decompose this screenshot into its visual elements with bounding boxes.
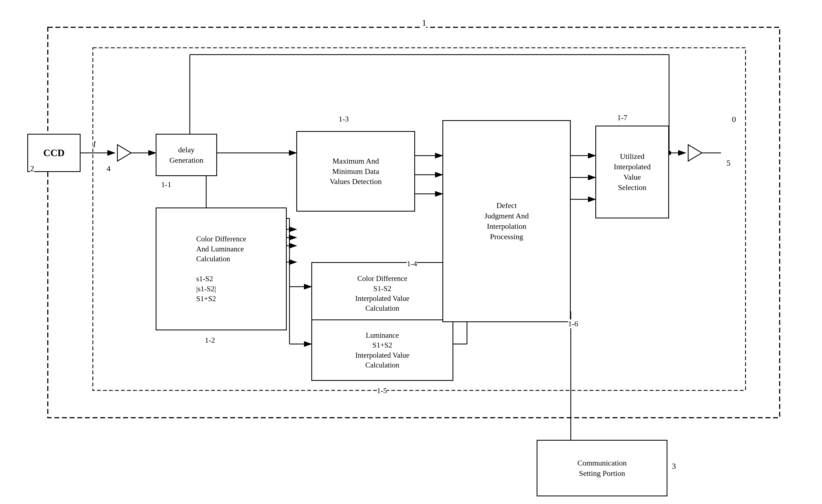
- label-ref1-7: 1-7: [617, 113, 627, 122]
- block-communication-setting: Communication Setting Portion: [537, 440, 668, 496]
- label-ref1-3: 1-3: [339, 115, 349, 123]
- label-ref4: 4: [106, 164, 111, 173]
- diagram: 1 CCD I 4 2 delay Generation 1-1 | S1-S2…: [0, 0, 822, 504]
- label-ref1-6: 1-6: [568, 320, 578, 328]
- block-luminance-interp: Luminance S1+S2 Interpolated Value Calcu…: [311, 320, 453, 381]
- block-defect-judgment: Defect Judgment And Interpolation Proces…: [442, 120, 571, 322]
- block-utilized-interp: Utilized Interpolated Value Selection: [595, 126, 669, 218]
- comm-setting-label: Communication Setting Portion: [577, 458, 627, 479]
- diagram-svg: [0, 0, 822, 504]
- label-ref1-4: 1-4: [407, 260, 417, 268]
- block-color-diff-luminance: Color Difference And Luminance Calculati…: [156, 207, 287, 330]
- label-ref1-1: 1-1: [161, 180, 171, 189]
- label-ref0: 0: [732, 115, 736, 124]
- block-color-diff-interp: Color Difference S1-S2 Interpolated Valu…: [311, 262, 453, 325]
- block-max-min: Maximum And Minimum Data Values Detectio…: [296, 131, 415, 211]
- label-ref1-2: 1-2: [205, 336, 215, 345]
- luminance-interp-label: Luminance S1+S2 Interpolated Value Calcu…: [355, 330, 409, 370]
- utilized-interp-label: Utilized Interpolated Value Selection: [613, 151, 651, 192]
- ccd-label: CCD: [43, 146, 65, 160]
- svg-marker-5: [117, 145, 131, 161]
- label-ref1-5: 1-5: [377, 386, 387, 395]
- label-ref1: 1: [422, 18, 426, 28]
- label-ref3: 3: [672, 461, 676, 471]
- block-delay-generation: delay Generation: [156, 134, 217, 176]
- label-ref5: 5: [726, 158, 731, 168]
- label-ref2: 2: [30, 164, 34, 173]
- color-diff-interp-label: Color Difference S1-S2 Interpolated Valu…: [355, 274, 409, 314]
- delay-gen-label: delay Generation: [169, 145, 203, 165]
- color-diff-lum-label: Color Difference And Luminance Calculati…: [190, 231, 252, 306]
- block-ccd: CCD: [27, 134, 80, 172]
- max-min-label: Maximum And Minimum Data Values Detectio…: [330, 156, 382, 187]
- svg-marker-34: [688, 145, 702, 161]
- label-signal-I: I: [93, 139, 96, 149]
- defect-judgment-label: Defect Judgment And Interpolation Proces…: [484, 200, 529, 241]
